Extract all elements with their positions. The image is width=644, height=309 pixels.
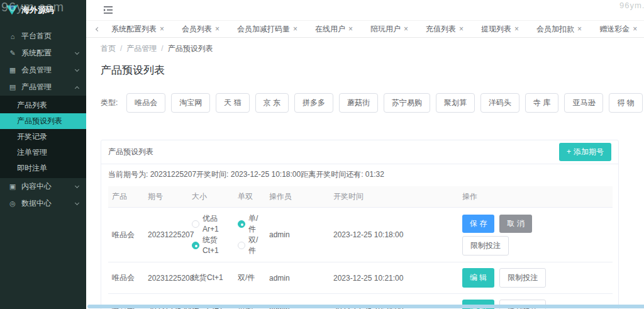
tab-赠送彩金[interactable]: 赠送彩金× [591,24,644,35]
sidebar-subitem-realtime-bet-orders[interactable]: 即时注单 [0,160,86,176]
tab-close-icon[interactable]: × [404,25,408,33]
breadcrumb-item[interactable]: 首页 [101,44,116,53]
sidebar-item-label: 平台首页 [21,31,79,42]
sidebar-item-content-center[interactable]: ▣内容中心 [0,178,86,195]
tab-label: 赠送彩金 [599,24,630,35]
type-chip[interactable]: 聚划算 [436,93,475,113]
cell-operator: admin [265,208,330,262]
operations: 编 辑限制投注 [462,268,609,288]
type-chip[interactable]: 苏宁易购 [384,93,430,113]
cell-parity: 双/件 [234,262,265,294]
breadcrumb-item[interactable]: 产品管理 [126,44,157,53]
sidebar-item-product-management[interactable]: ▤产品管理 [0,79,86,96]
sidebar-item-label: 系统配置 [21,48,75,59]
parity-radio[interactable]: 单/件 [238,213,262,235]
tabs-scroll-left-icon[interactable] [92,28,103,31]
cancel-button[interactable]: 取 消 [499,215,531,233]
tab-close-icon[interactable]: × [633,25,637,33]
size-radio[interactable]: 优品Ar+1 [192,213,230,235]
parity-radio[interactable]: 双/件 [238,235,262,256]
current-issue-notice: 当前期号为: 20231225207开奖时间: 2023-12-25 10:18… [101,164,618,183]
tab-close-icon[interactable]: × [348,25,353,33]
table-header-cell: 开奖时间 [330,186,458,208]
table-header-cell: 操作 [458,186,613,208]
tab-提现列表[interactable]: 提现列表× [472,24,528,35]
preset-list-card: 产品预设列表 +添加期号 当前期号为: 20231225207开奖时间: 202… [101,140,619,309]
type-chip[interactable]: 淘宝网 [171,93,210,113]
type-chip[interactable]: 蘑菇街 [339,93,378,113]
tab-close-icon[interactable]: × [514,25,519,33]
main-area: 会员购单在线人数1充值订单提现订单admin⊕简体 系统配置列表×会员列表×会员… [86,0,644,309]
plus-icon: + [567,147,571,156]
filter-row: 类型: 唯品会淘宝网天 猫京 东拼多多蘑菇街苏宁易购聚划算洋码头寺 库亚马逊得 … [101,93,644,113]
tab-系统配置列表[interactable]: 系统配置列表× [103,24,173,35]
size-radio[interactable]: 统货Ct+1 [192,235,230,256]
type-chip[interactable]: 寺 库 [525,93,558,113]
sidebar-subitem-bet-order-management[interactable]: 注单管理 [0,145,86,160]
type-chip[interactable]: 亚马逊 [564,93,603,113]
save-button[interactable]: 保 存 [462,215,494,233]
tab-label: 在线用户 [315,24,345,35]
sidebar-subitem-product-preset-list[interactable]: 产品预设列表 [0,113,86,129]
product-management-icon: ▤ [8,83,17,91]
limit-bet-button[interactable]: 限制投注 [499,268,546,288]
tab-close-icon[interactable]: × [160,25,164,33]
tab-会员加减打码量[interactable]: 会员加减打码量× [228,24,306,35]
tab-在线用户[interactable]: 在线用户× [306,24,362,35]
sidebar-item-label: 内容中心 [21,181,75,192]
tab-会员加扣款[interactable]: 会员加扣款× [528,24,591,35]
horizontal-scrollbar[interactable] [87,305,644,308]
sidebar-item-data-center[interactable]: ◎数据中心 [0,195,86,212]
sidebar-nav: ⌂平台首页✎系统配置▦会员管理▤产品管理产品列表产品预设列表开奖记录注单管理即时… [0,20,86,309]
radio-checked-icon [238,220,245,228]
collapse-menu-icon[interactable] [104,6,113,14]
sidebar-subitem-draw-records[interactable]: 开奖记录 [0,129,86,145]
limit-bet-button[interactable]: 限制投注 [462,236,509,256]
sidebar-item-home[interactable]: ⌂平台首页 [0,28,86,45]
cell-draw-time: 2023-12-25 10:21:00 [330,262,458,294]
type-chip[interactable]: 得 物 [609,93,642,113]
tab-充值列表[interactable]: 充值列表× [417,24,472,35]
sidebar: 海外源码 ⌂平台首页✎系统配置▦会员管理▤产品管理产品列表产品预设列表开奖记录注… [0,0,86,309]
app-root: 96ym.com 96ym.com 海外源码 ⌂平台首页✎系统配置▦会员管理▤产… [0,0,644,309]
tab-会员列表[interactable]: 会员列表× [173,24,228,35]
card-header: 产品预设列表 +添加期号 [101,140,618,164]
sidebar-submenu: 产品列表产品预设列表开奖记录注单管理即时注单 [0,96,86,178]
chevron-down-icon [75,67,79,71]
tab-close-icon[interactable]: × [459,25,464,33]
sidebar-item-label: 产品管理 [21,82,75,93]
add-issue-button[interactable]: +添加期号 [559,143,611,161]
content-center-icon: ▣ [8,183,17,191]
parity-radio-group: 单/件双/件 [238,213,262,256]
cell-size: 统货Ct+1 [188,262,234,294]
size-radio-group: 优品Ar+1统货Ct+1 [192,213,230,256]
radio-label: 单/件 [248,213,262,235]
cell-operations: 保 存 取 消 限制投注 [458,208,613,262]
type-chip[interactable]: 京 东 [255,93,289,113]
tab-label: 会员列表 [182,24,212,35]
table-row: 唯品会20231225208统货Ct+1双/件admin2023-12-25 1… [108,262,613,294]
card-title: 产品预设列表 [108,147,153,157]
tab-close-icon[interactable]: × [293,25,297,33]
edit-button[interactable]: 编 辑 [462,268,494,288]
type-chip[interactable]: 拼多多 [294,93,333,113]
type-chip[interactable]: 天 猫 [216,93,249,113]
page-content: 首页/产品管理/产品预设列表 产品预设列表 类型: 唯品会淘宝网天 猫京 东拼多… [86,38,644,309]
table-header-cell: 期号 [144,186,188,208]
chevron-down-icon [75,183,79,188]
preset-table: 产品期号大小单双操作员开奖时间操作 唯品会 20231225207 优品Ar+1… [108,186,613,309]
tab-close-icon[interactable]: × [215,25,219,33]
sidebar-item-member-management[interactable]: ▦会员管理 [0,62,86,79]
tab-close-icon[interactable]: × [577,25,582,33]
type-chip[interactable]: 唯品会 [126,93,165,113]
breadcrumb-separator: / [161,44,163,53]
hamburger-icon [104,6,113,14]
cell-issue: 20231225208 [144,262,188,294]
filter-label: 类型: [101,98,118,108]
tab-陪玩用户[interactable]: 陪玩用户× [362,24,417,35]
type-chip[interactable]: 洋码头 [480,93,519,113]
sidebar-item-system-config[interactable]: ✎系统配置 [0,45,86,62]
tab-label: 提现列表 [481,24,511,35]
radio-checked-icon [192,242,199,249]
sidebar-subitem-product-list[interactable]: 产品列表 [0,98,86,113]
